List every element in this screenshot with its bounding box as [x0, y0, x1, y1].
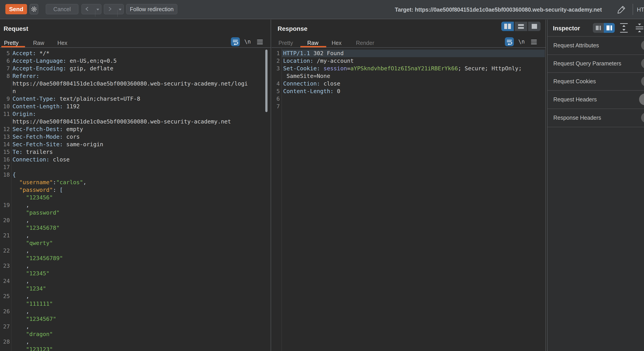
edit-target-pencil-icon[interactable] [617, 4, 626, 15]
layout-single-button[interactable] [528, 22, 540, 31]
cancel-button[interactable]: Cancel [46, 4, 78, 14]
code-line[interactable]: , [12, 216, 29, 224]
line-number: 12 [0, 126, 10, 133]
code-line[interactable]: "12345" [12, 270, 50, 277]
line-number: 13 [0, 133, 10, 141]
code-line[interactable]: "qwerty" [12, 239, 53, 247]
sidebar-left-icon [593, 23, 604, 33]
code-line[interactable]: https://0ae500f804151de1c0ae5bf000360080… [12, 118, 231, 126]
code-line[interactable]: , [12, 338, 29, 346]
dock-right-button[interactable] [604, 23, 615, 33]
code-line[interactable]: https://0ae500f804151de1c0ae5bf000360080… [12, 80, 248, 88]
columns-layout-icon [501, 22, 514, 31]
tab-pretty-request[interactable]: Pretty [4, 40, 18, 46]
editor-menu-icon[interactable] [531, 39, 537, 45]
code-line[interactable]: "123456789" [12, 254, 63, 262]
line-number: 11 [0, 110, 10, 118]
code-line: Set-Cookie: session=aYPSkndvhbefO1z6I5na… [283, 65, 522, 72]
tab-raw-response[interactable]: Raw [307, 40, 318, 46]
back-history-caret-icon[interactable] [96, 9, 99, 10]
code-line[interactable]: Referer: [12, 72, 39, 80]
code-line[interactable]: Content-Type: text/plain;charset=UTF-8 [12, 95, 140, 103]
protocol-indicator[interactable]: HT [637, 6, 644, 13]
code-line: HTTP/1.1 302 Found [283, 50, 344, 57]
dock-left-button[interactable] [593, 23, 604, 33]
code-line[interactable]: "123456" [12, 194, 53, 202]
code-line[interactable]: Sec-Fetch-Dest: empty [12, 126, 83, 133]
split-divider [118, 10, 118, 17]
code-line[interactable]: , [12, 232, 29, 239]
line-number: 8 [0, 72, 10, 80]
inspector-section-request-cookies[interactable]: Request Cookies [548, 72, 644, 90]
layout-columns-button[interactable] [501, 22, 514, 31]
code-line[interactable]: , [12, 323, 29, 330]
inspector-section-request-headers[interactable]: Request Headers [548, 90, 644, 108]
tab-hex-request[interactable]: Hex [58, 40, 67, 46]
line-number: 3 [272, 65, 280, 72]
back-button[interactable] [82, 4, 102, 14]
code-line[interactable]: "dragon" [12, 330, 53, 338]
code-line[interactable]: "password": [ [12, 186, 63, 194]
line-number: 4 [272, 80, 280, 88]
tab-raw-request[interactable]: Raw [33, 40, 44, 46]
code-line[interactable]: n [12, 88, 16, 95]
follow-redirection-button[interactable]: Follow redirection [126, 4, 177, 14]
code-line[interactable]: Content-Length: 1192 [12, 103, 80, 110]
forward-button[interactable] [104, 4, 124, 14]
toolbar: Send Cancel Follow redirection Target: h… [0, 0, 644, 19]
code-line[interactable]: , [12, 308, 29, 315]
code-line[interactable]: Accept: */* [12, 50, 50, 57]
code-line[interactable]: "username":"carlos", [12, 179, 86, 186]
show-newlines-toggle[interactable]: \n [244, 38, 251, 45]
code-line[interactable]: "password" [12, 209, 60, 216]
line-number: 7 [272, 103, 280, 110]
line-number: 1 [272, 50, 280, 57]
line-number: 14 [0, 141, 10, 148]
code-line[interactable]: { [12, 171, 16, 179]
panel-divider[interactable] [271, 20, 271, 351]
inspector-section-response-headers[interactable]: Response Headers [548, 108, 644, 127]
code-line[interactable]: "111111" [12, 300, 53, 308]
line-number: 16 [0, 156, 10, 164]
word-wrap-toggle[interactable] [505, 37, 514, 46]
code-line[interactable]: , [12, 202, 29, 209]
code-line[interactable]: , [12, 247, 29, 254]
code-line[interactable]: Sec-Fetch-Mode: cors [12, 133, 80, 141]
request-scrollbar[interactable] [265, 50, 268, 112]
editor-menu-icon[interactable] [257, 39, 263, 45]
forward-history-caret-icon[interactable] [119, 9, 122, 10]
code-line[interactable]: Te: trailers [12, 148, 53, 156]
code-line[interactable]: Accept-Language: en-US,en;q=0.5 [12, 57, 117, 65]
tab-hex-response[interactable]: Hex [332, 40, 342, 46]
line-number: 10 [0, 103, 10, 110]
inspector-resize-handle[interactable] [546, 20, 546, 351]
code-line[interactable]: Accept-Encoding: gzip, deflate [12, 65, 114, 72]
inspector-section-request-attributes[interactable]: Request Attributes [548, 36, 644, 54]
line-number: 20 [0, 216, 10, 224]
code-line[interactable]: "123123" [12, 346, 53, 351]
code-line[interactable]: , [12, 262, 29, 270]
code-line[interactable]: "12345678" [12, 224, 60, 232]
code-line[interactable]: , [12, 277, 29, 285]
code-line[interactable]: "1234567" [12, 315, 56, 323]
code-line: Content-Length: 0 [283, 88, 340, 95]
code-line[interactable]: Sec-Fetch-Site: same-origin [12, 141, 103, 148]
line-number: 5 [0, 50, 10, 57]
burp-repeater-window: Send Cancel Follow redirection Target: h… [0, 0, 644, 351]
inspector-section-request-query-parameters[interactable]: Request Query Parameters [548, 54, 644, 72]
tab-render-response[interactable]: Render [356, 40, 374, 46]
code-line[interactable]: Origin: [12, 110, 36, 118]
rows-layout-icon [515, 22, 527, 31]
word-wrap-toggle[interactable] [231, 37, 240, 46]
code-line[interactable]: Connection: close [12, 156, 70, 164]
request-settings-button[interactable] [30, 4, 38, 14]
word-wrap-icon [231, 37, 240, 46]
collapse-all-icon[interactable] [636, 23, 643, 32]
send-button[interactable]: Send [5, 4, 27, 14]
code-line[interactable]: "1234" [12, 285, 46, 292]
show-newlines-toggle[interactable]: \n [518, 38, 525, 45]
tab-pretty-response[interactable]: Pretty [278, 40, 293, 46]
layout-rows-button[interactable] [515, 22, 527, 31]
expand-all-icon[interactable] [620, 23, 628, 32]
code-line[interactable]: , [12, 292, 29, 300]
